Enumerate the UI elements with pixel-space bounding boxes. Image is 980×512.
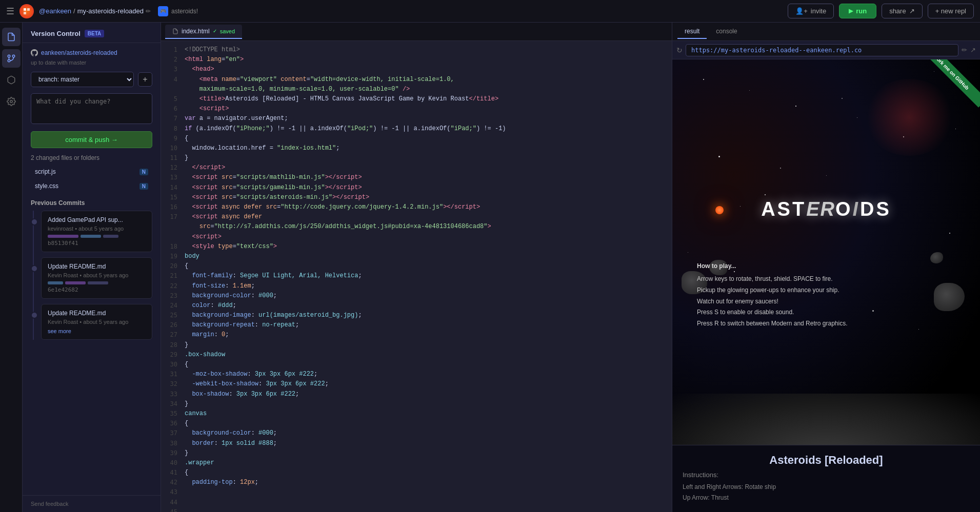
commit-message: Update README.md (48, 310, 146, 317)
send-feedback-link[interactable]: Send feedback (23, 495, 161, 512)
instruction-line-1: Arrow keys to rotate, thrust, shield. SP… (697, 274, 847, 285)
commit-hash-bar (48, 235, 146, 238)
changed-file-style: style.css N (31, 180, 152, 192)
svg-point-5 (12, 55, 15, 57)
changed-files-count: 2 changed files or folders (31, 154, 152, 161)
topbar: ☰ @eankeen / my-asteroids-reloaded ✏ 🎮 a… (0, 0, 980, 23)
svg-point-4 (8, 59, 10, 62)
commit-meta: kevinroast • about 5 years ago (48, 226, 146, 232)
edit-repl-name-icon[interactable]: ✏ (146, 8, 151, 15)
previous-commits-title: Previous Commits (31, 199, 152, 207)
result-tabs: result console (672, 23, 980, 41)
icon-sidebar (0, 23, 23, 512)
tab-console[interactable]: console (709, 25, 744, 39)
menu-icon[interactable]: ☰ (6, 6, 14, 17)
file-new-badge: N (139, 169, 148, 175)
glowing-planet (715, 206, 724, 214)
version-control-title: Version Control (31, 30, 81, 37)
share-icon: ↗ (909, 7, 915, 15)
saved-indicator: ✓ (213, 28, 217, 34)
invite-icon: 👤+ (795, 7, 808, 15)
commit-hash-bar (48, 281, 146, 284)
instruction-line-4: Press S to enable or disable sound. (697, 307, 847, 318)
sidebar-item-settings[interactable] (2, 92, 21, 111)
see-more-link[interactable]: see more (48, 328, 146, 334)
svg-point-3 (8, 55, 10, 57)
commit-item: Added GamePad API sup... kevinroast • ab… (41, 211, 152, 252)
sidebar-item-packages[interactable] (2, 71, 21, 89)
replit-logo (19, 4, 34, 18)
up-to-date-label: up to date with master (31, 59, 152, 66)
game-frame[interactable]: Fork me on GitHub ASTEROIDS How to play.… (672, 59, 980, 445)
instructions-text: Left and Right Arrows: Rotate ship Up Ar… (683, 482, 970, 504)
add-branch-button[interactable]: + (138, 72, 152, 87)
browser-url-input[interactable] (686, 44, 958, 56)
branch-row: branch: master + (31, 72, 152, 87)
game-background: Fork me on GitHub ASTEROIDS How to play.… (672, 59, 980, 445)
changed-file-name: script.js (35, 168, 56, 175)
beta-badge: BETA (85, 30, 104, 37)
file-new-badge: N (139, 183, 148, 190)
new-repl-button[interactable]: + new repl (928, 4, 974, 18)
repl-sub-label: asteroids! (171, 8, 198, 15)
hash-block (81, 235, 101, 238)
repl-breadcrumb: @eankeen / my-asteroids-reloaded ✏ (39, 7, 151, 15)
code-editor: index.html ✓ saved 123456789101112131415… (161, 23, 672, 512)
invite-button[interactable]: 👤+ invite (788, 4, 834, 18)
instruction-line-5: Press R to switch between Modern and Ret… (697, 318, 847, 330)
edit-url-icon[interactable]: ✏ (962, 46, 967, 54)
commit-meta: Kevin Roast • about 5 years ago (48, 319, 146, 325)
instruction-line-3: Watch out for enemy saucers! (697, 296, 847, 308)
svg-rect-0 (24, 8, 26, 11)
tab-index-html[interactable]: index.html ✓ saved (165, 25, 242, 39)
hash-block (48, 235, 78, 238)
editor-tabs: index.html ✓ saved (161, 23, 672, 41)
hash-block (88, 281, 108, 284)
open-external-icon[interactable]: ↗ (970, 46, 976, 54)
commit-hash: b85130f41 (48, 240, 146, 247)
fork-ribbon[interactable]: Fork me on GitHub (929, 59, 980, 108)
commit-message: Added GamePad API sup... (48, 216, 146, 223)
commit-message: Update README.md (48, 263, 146, 270)
tab-result[interactable]: result (677, 25, 707, 39)
svg-rect-1 (27, 8, 30, 11)
saved-label: saved (220, 28, 235, 34)
share-button[interactable]: share ↗ (882, 4, 923, 18)
changed-file-name: style.css (35, 182, 58, 190)
commit-message-input[interactable] (31, 93, 152, 124)
html-file-icon (172, 28, 178, 34)
code-container[interactable]: 1234567891011121314151617181920212223242… (161, 41, 672, 512)
repl-name-link[interactable]: my-asteroids-reloaded (77, 7, 144, 15)
commit-push-button[interactable]: commit & push → (31, 131, 152, 148)
sidebar-item-files[interactable] (2, 28, 21, 46)
hash-block (103, 235, 118, 238)
hash-block (48, 281, 63, 284)
instructions-heading: Instructions: (683, 471, 970, 479)
repl-sub-icon: 🎮 (158, 6, 168, 16)
run-play-icon: ▶ (849, 8, 853, 14)
instruction-up: Up Arrow: Thrust (683, 493, 970, 504)
github-link[interactable]: eankeen/asteroids-reloaded (31, 49, 152, 56)
commit-item: Update README.md Kevin Roast • about 5 y… (41, 257, 152, 299)
game-title-below: Asteroids [Reloaded] (683, 454, 970, 467)
code-content[interactable]: <!DOCTYPE html><html lang="en"> <head> <… (183, 41, 672, 512)
version-control-panel: Version Control BETA eankeen/asteroids-r… (23, 23, 161, 512)
moon-surface (672, 394, 980, 445)
game-title: ASTEROIDS (761, 198, 891, 220)
branch-select[interactable]: branch: master (31, 72, 134, 87)
commit-meta: Kevin Roast • about 5 years ago (48, 272, 146, 278)
username-link[interactable]: @eankeen (39, 7, 71, 15)
svg-rect-2 (24, 12, 26, 14)
run-button[interactable]: ▶ run (839, 4, 876, 18)
instruction-line-2: Pickup the glowing power-ups to enhance … (697, 285, 847, 296)
game-info: How to play... Arrow keys to rotate, thr… (697, 261, 847, 330)
commit-timeline: Added GamePad API sup... kevinroast • ab… (31, 211, 152, 340)
instruction-left-right: Left and Right Arrows: Rotate ship (683, 482, 970, 493)
hash-block (65, 281, 86, 284)
sidebar-item-version-control[interactable] (2, 49, 21, 68)
commit-hash: 6e1e42682 (48, 286, 146, 293)
game-info-panel: Asteroids [Reloaded] Instructions: Left … (672, 445, 980, 512)
fork-ribbon-container: Fork me on GitHub (929, 59, 980, 111)
browser-refresh-button[interactable]: ↻ (676, 46, 683, 54)
version-control-content: eankeen/asteroids-reloaded up to date wi… (23, 43, 161, 351)
